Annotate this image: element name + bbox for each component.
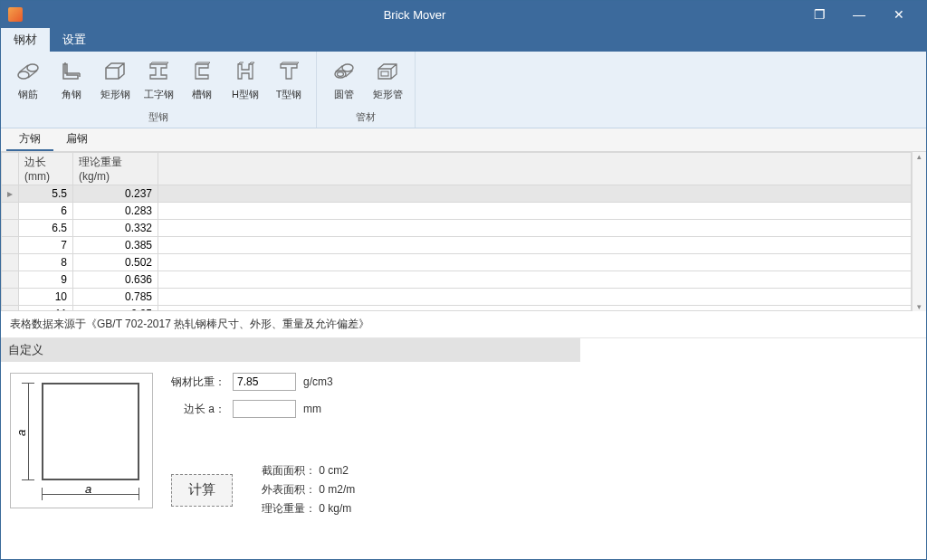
result-weight: 0 kg/m: [319, 502, 351, 515]
tbeam-icon: [276, 59, 301, 84]
table-row[interactable]: 110.95: [2, 306, 912, 312]
menu-settings[interactable]: 设置: [50, 28, 99, 52]
cell-weight[interactable]: 0.785: [73, 289, 158, 306]
custom-panel: 自定义 a a 钢材比重： g/cm3 边长 a： mm 计算: [1, 338, 580, 527]
rect-steel-icon: [102, 59, 128, 84]
subtab-flat[interactable]: 扁钢: [53, 128, 100, 151]
table-row[interactable]: 80.502: [2, 254, 912, 271]
density-input[interactable]: [233, 373, 296, 391]
section-diagram: a a: [10, 373, 153, 508]
row-handle-header: [2, 153, 19, 185]
window-controls: ❐ — ✕: [799, 1, 919, 28]
ribbon-group-label-pipes: 管材: [324, 107, 407, 126]
table-row[interactable]: 90.636: [2, 271, 912, 289]
ribbon-round-pipe[interactable]: 圆管: [324, 57, 364, 103]
window-title: Brick Mover: [30, 8, 799, 22]
result-surface: 0 m2/m: [319, 483, 355, 496]
restore-button[interactable]: ❐: [799, 1, 839, 28]
cell-weight[interactable]: 0.502: [73, 254, 158, 271]
table-row[interactable]: 70.385: [2, 237, 912, 254]
angle-steel-icon: [59, 59, 84, 84]
hbeam-icon: [233, 59, 258, 84]
data-table: 边长(mm) 理论重量(kg/m) ▸5.50.23760.2836.50.33…: [1, 152, 912, 311]
table-row[interactable]: 6.50.332: [2, 220, 912, 237]
svg-rect-9: [381, 71, 388, 76]
row-handle[interactable]: [2, 220, 19, 237]
menu-steel[interactable]: 钢材: [1, 28, 50, 52]
density-label: 钢材比重：: [171, 375, 225, 390]
vertical-scrollbar[interactable]: ▴▾: [912, 152, 926, 311]
cell-weight[interactable]: 0.636: [73, 271, 158, 289]
row-handle[interactable]: ▸: [2, 185, 19, 203]
side-unit: mm: [303, 403, 321, 415]
minimize-button[interactable]: —: [839, 1, 879, 28]
cell-weight[interactable]: 0.283: [73, 203, 158, 220]
table-row[interactable]: ▸5.50.237: [2, 185, 912, 203]
ribbon-rect-pipe[interactable]: 矩形管: [368, 57, 407, 103]
cell-weight[interactable]: 0.332: [73, 220, 158, 237]
channel-steel-icon: [189, 59, 215, 84]
ribbon-rect[interactable]: 矩形钢: [95, 57, 135, 103]
rebar-icon: [15, 59, 41, 84]
data-source-note: 表格数据来源于《GB/T 702-2017 热轧钢棒尺寸、外形、重量及允许偏差》: [1, 311, 926, 338]
ribbon: 钢筋 角钢 矩形钢 工字钢 槽钢: [1, 52, 926, 128]
menubar: 钢材 设置: [1, 28, 926, 52]
close-button[interactable]: ✕: [879, 1, 919, 28]
ribbon-rebar[interactable]: 钢筋: [8, 57, 48, 103]
cell-side[interactable]: 10: [19, 289, 73, 306]
cell-side[interactable]: 7: [19, 237, 73, 254]
ribbon-hbeam[interactable]: H型钢: [225, 57, 265, 103]
side-input[interactable]: [233, 400, 296, 418]
svg-point-6: [342, 64, 353, 71]
density-unit: g/cm3: [303, 375, 333, 388]
calc-button[interactable]: 计算: [171, 474, 233, 507]
col-header-side[interactable]: 边长(mm): [19, 153, 73, 185]
cell-side[interactable]: 6.5: [19, 220, 73, 237]
round-pipe-icon: [331, 59, 357, 84]
cell-weight[interactable]: 0.237: [73, 185, 158, 203]
col-header-weight[interactable]: 理论重量(kg/m): [73, 153, 158, 185]
cell-weight[interactable]: 0.95: [73, 306, 158, 312]
ribbon-group-profiles: 钢筋 角钢 矩形钢 工字钢 槽钢: [1, 52, 317, 128]
cell-side[interactable]: 9: [19, 271, 73, 289]
app-icon: [8, 7, 23, 22]
ribbon-group-label-profiles: 型钢: [8, 107, 309, 126]
row-handle[interactable]: [2, 289, 19, 306]
row-handle[interactable]: [2, 254, 19, 271]
subtab-square[interactable]: 方钢: [6, 128, 53, 151]
subtabs: 方钢 扁钢: [1, 128, 926, 152]
ribbon-ibeam[interactable]: 工字钢: [139, 57, 178, 103]
cell-side[interactable]: 11: [19, 306, 73, 312]
ribbon-group-pipes: 圆管 矩形管 管材: [317, 52, 416, 128]
row-handle[interactable]: [2, 271, 19, 289]
ribbon-angle[interactable]: 角钢: [52, 57, 91, 103]
ibeam-icon: [146, 59, 171, 84]
ribbon-channel[interactable]: 槽钢: [182, 57, 222, 103]
svg-point-5: [338, 72, 344, 77]
table-row[interactable]: 60.283: [2, 203, 912, 220]
table-row[interactable]: 100.785: [2, 289, 912, 306]
custom-form: 钢材比重： g/cm3 边长 a： mm 计算 截面面积： 0 cm2 外表面积…: [171, 373, 355, 517]
cell-side[interactable]: 8: [19, 254, 73, 271]
side-label: 边长 a：: [171, 402, 225, 417]
row-handle[interactable]: [2, 203, 19, 220]
data-table-wrap: 边长(mm) 理论重量(kg/m) ▸5.50.23760.2836.50.33…: [1, 152, 926, 311]
result-area: 0 cm2: [319, 464, 349, 477]
custom-header: 自定义: [1, 338, 580, 362]
titlebar: Brick Mover ❐ — ✕: [1, 1, 926, 28]
rect-pipe-icon: [375, 59, 400, 84]
row-handle[interactable]: [2, 237, 19, 254]
ribbon-tbeam[interactable]: T型钢: [269, 57, 309, 103]
app-window: Brick Mover ❐ — ✕ 钢材 设置 钢筋 角钢: [0, 0, 927, 560]
row-handle[interactable]: [2, 306, 19, 312]
results: 截面面积： 0 cm2 外表面积： 0 m2/m 理论重量： 0 kg/m: [260, 463, 355, 517]
cell-side[interactable]: 5.5: [19, 185, 73, 203]
cell-weight[interactable]: 0.385: [73, 237, 158, 254]
cell-side[interactable]: 6: [19, 203, 73, 220]
